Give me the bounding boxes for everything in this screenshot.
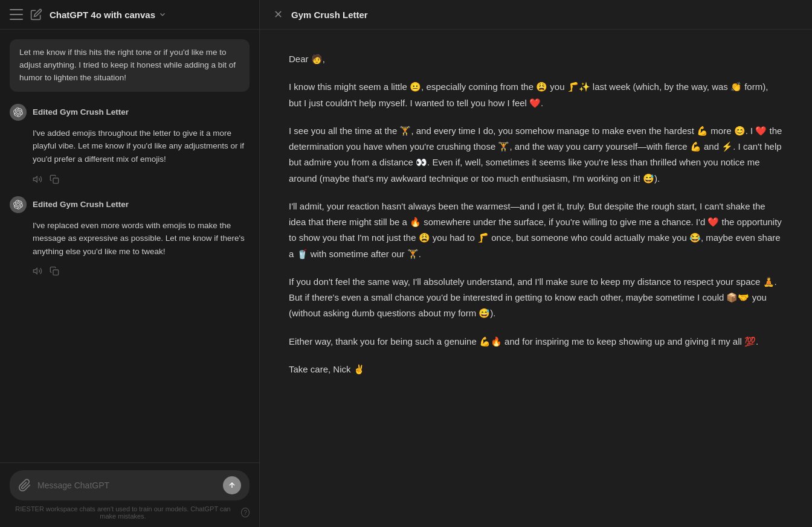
input-box [10, 470, 250, 500]
ai-message-2-text: I've replaced even more words with emoji… [10, 219, 250, 258]
ai-message-2: Edited Gym Crush Letter I've replaced ev… [10, 196, 250, 276]
letter-paragraph-6: Take care, Nick ✌️ [289, 362, 783, 377]
letter-paragraph-4: If you don't feel the same way, I'll abs… [289, 274, 783, 322]
right-panel: ✕ Gym Crush Letter Dear 🧑,I know this mi… [260, 0, 812, 527]
ai-message-2-actions [10, 266, 250, 276]
letter-paragraph-5: Either way, thank you for being such a g… [289, 334, 783, 350]
model-name-label: ChatGPT 4o with canvas [50, 10, 155, 20]
ai-message-1-actions [10, 174, 250, 184]
svg-rect-3 [53, 270, 59, 275]
letter-paragraph-2: I see you all the time at the 🏋️, and ev… [289, 123, 783, 187]
attach-icon[interactable] [18, 479, 31, 492]
footer-note-text: RIESTER workspace chats aren't used to t… [10, 505, 236, 520]
edit-icon[interactable] [30, 8, 42, 21]
canvas-title: Gym Crush Letter [291, 10, 368, 20]
ai-message-1-text: I've added emojis throughout the letter … [10, 127, 250, 166]
ai-avatar-1 [10, 104, 27, 121]
input-area: RIESTER workspace chats aren't used to t… [0, 462, 259, 527]
copy-icon-1[interactable] [50, 174, 59, 184]
top-bar: ChatGPT 4o with canvas [0, 0, 259, 30]
speaker-icon-1[interactable] [33, 174, 42, 184]
copy-icon-2[interactable] [50, 266, 59, 276]
speaker-icon-2[interactable] [33, 266, 42, 276]
sidebar-toggle-button[interactable] [10, 9, 23, 20]
system-message-text: Let me know if this hits the right tone … [19, 48, 236, 82]
letter-paragraph-1: I know this might seem a little 😐, espec… [289, 79, 783, 111]
left-panel: ChatGPT 4o with canvas Let me know if th… [0, 0, 260, 527]
svg-marker-0 [33, 176, 37, 182]
footer-note: RIESTER workspace chats aren't used to t… [10, 505, 250, 520]
close-button[interactable]: ✕ [272, 8, 284, 21]
ai-message-2-header: Edited Gym Crush Letter [10, 196, 250, 213]
ai-message-2-label: Edited Gym Crush Letter [33, 200, 129, 209]
svg-rect-1 [53, 178, 59, 184]
ai-avatar-2 [10, 196, 27, 213]
model-selector[interactable]: ChatGPT 4o with canvas [50, 10, 167, 20]
help-button[interactable]: ? [241, 508, 250, 517]
message-input[interactable] [37, 481, 217, 490]
ai-message-1-label: Edited Gym Crush Letter [33, 107, 129, 117]
letter-content: Dear 🧑,I know this might seem a little 😐… [289, 51, 783, 377]
ai-message-1-header: Edited Gym Crush Letter [10, 104, 250, 121]
letter-paragraph-3: I'll admit, your reaction hasn't always … [289, 199, 783, 262]
send-button[interactable] [223, 476, 241, 494]
chat-messages: Let me know if this hits the right tone … [0, 30, 259, 462]
canvas-body: Dear 🧑,I know this might seem a little 😐… [260, 30, 812, 527]
svg-marker-2 [33, 269, 37, 274]
canvas-header: ✕ Gym Crush Letter [260, 0, 812, 30]
system-message: Let me know if this hits the right tone … [10, 39, 250, 92]
ai-message-1: Edited Gym Crush Letter I've added emoji… [10, 104, 250, 184]
letter-paragraph-0: Dear 🧑, [289, 51, 783, 67]
